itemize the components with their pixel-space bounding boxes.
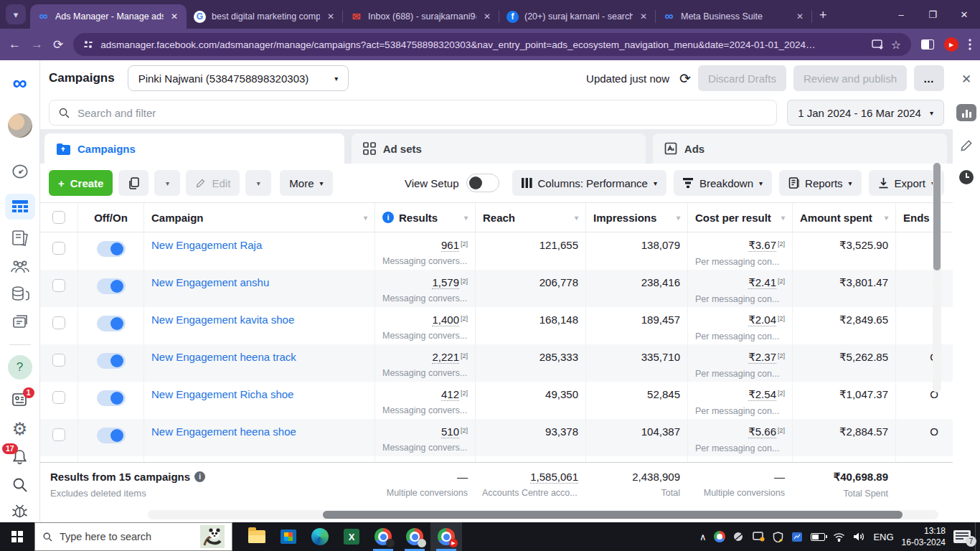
vertical-scrollbar[interactable] bbox=[933, 163, 941, 392]
account-dropdown[interactable]: Pinki Najwani (5384758898320303) ▾ bbox=[128, 65, 349, 91]
column-header-reach[interactable]: Reach▾ bbox=[475, 203, 585, 232]
history-clock-icon[interactable] bbox=[959, 170, 974, 184]
campaign-toggle[interactable] bbox=[97, 278, 126, 294]
discard-drafts-button[interactable]: Discard Drafts bbox=[698, 65, 786, 91]
window-maximize-button[interactable]: ❐ bbox=[917, 0, 948, 29]
campaign-toggle[interactable] bbox=[97, 428, 126, 443]
duplicate-button[interactable] bbox=[118, 170, 149, 196]
campaign-toggle[interactable] bbox=[97, 353, 126, 369]
edit-button[interactable]: Edit bbox=[186, 170, 240, 196]
campaign-link[interactable]: New Engagement kavita shoe bbox=[151, 314, 294, 326]
tab-search-button[interactable]: ▾ bbox=[6, 4, 26, 24]
taskbar-search[interactable]: Type here to search bbox=[34, 522, 232, 551]
cost-value[interactable]: ₹2.04 bbox=[748, 314, 776, 326]
sidebar-item-notifications[interactable]: 17 bbox=[11, 448, 29, 466]
show-desktop-button[interactable] bbox=[975, 522, 980, 551]
taskbar-excel[interactable]: X bbox=[336, 522, 367, 551]
browser-tab-google-search[interactable]: G best digital marketing comp ✕ bbox=[187, 4, 343, 29]
taskbar-edge[interactable] bbox=[304, 522, 336, 551]
sort-caret-icon[interactable]: ▾ bbox=[364, 214, 367, 222]
column-header-results[interactable]: iResults▾ bbox=[374, 203, 475, 232]
site-info-icon[interactable] bbox=[83, 39, 93, 50]
language-indicator[interactable]: ENG bbox=[873, 532, 893, 542]
window-minimize-button[interactable]: – bbox=[885, 0, 917, 29]
scrollbar-thumb[interactable] bbox=[323, 511, 903, 519]
tray-graphics-icon[interactable] bbox=[733, 532, 745, 542]
select-all-checkbox[interactable] bbox=[52, 211, 65, 224]
date-range-picker[interactable]: 1 Jan 2024 - 16 Mar 2024 ▾ bbox=[787, 100, 944, 126]
tab-close-icon[interactable]: ✕ bbox=[326, 10, 336, 23]
profile-avatar[interactable] bbox=[8, 113, 32, 138]
columns-button[interactable]: Columns: Performance ▾ bbox=[512, 170, 666, 196]
tab-campaigns[interactable]: Campaigns bbox=[44, 133, 344, 164]
scrollbar-thumb[interactable] bbox=[933, 163, 941, 270]
results-value[interactable]: 1,579 bbox=[432, 276, 459, 289]
more-button[interactable]: More ▾ bbox=[280, 170, 332, 196]
taskbar-chrome-2[interactable] bbox=[399, 522, 430, 551]
results-value[interactable]: 2,221 bbox=[432, 351, 459, 364]
campaign-link[interactable]: New Engagement heena shoe bbox=[151, 425, 296, 438]
column-header-off-on[interactable]: Off/On bbox=[77, 203, 143, 232]
sort-caret-icon[interactable]: ▾ bbox=[677, 214, 680, 222]
cost-value[interactable]: ₹2.37 bbox=[748, 351, 776, 364]
row-checkbox[interactable] bbox=[52, 391, 65, 404]
info-icon[interactable]: i bbox=[194, 471, 205, 482]
campaign-toggle[interactable] bbox=[97, 241, 126, 257]
reports-button[interactable]: Reports ▾ bbox=[779, 170, 862, 196]
sidebar-item-overview[interactable] bbox=[11, 162, 29, 181]
row-checkbox[interactable] bbox=[52, 316, 65, 329]
column-header-cost-per-result[interactable]: Cost per result▾ bbox=[687, 203, 792, 232]
more-options-button[interactable]: … bbox=[914, 65, 944, 91]
results-value[interactable]: 1,400 bbox=[432, 314, 459, 326]
info-icon[interactable]: i bbox=[382, 212, 394, 223]
campaign-link[interactable]: New Engagement heena track bbox=[151, 351, 296, 363]
back-icon[interactable]: ← bbox=[9, 37, 21, 52]
refresh-icon[interactable]: ⟳ bbox=[679, 70, 691, 87]
column-header-impressions[interactable]: Impressions▾ bbox=[585, 203, 687, 232]
browser-menu-icon[interactable] bbox=[969, 39, 971, 50]
create-button[interactable]: + Create bbox=[49, 170, 113, 196]
browser-tab-facebook[interactable]: f (20+) suraj karnani - search ✕ bbox=[499, 4, 656, 29]
taskbar-microsoft-store[interactable] bbox=[273, 522, 304, 551]
results-value[interactable]: 961 bbox=[441, 239, 459, 252]
start-button[interactable] bbox=[0, 522, 34, 551]
edit-dropdown-button[interactable]: ▾ bbox=[245, 170, 271, 196]
sidebar-item-search[interactable] bbox=[11, 476, 29, 494]
tab-close-icon[interactable]: ✕ bbox=[482, 10, 492, 23]
tray-app-icon[interactable] bbox=[791, 532, 803, 542]
breakdown-button[interactable]: Breakdown ▾ bbox=[674, 170, 772, 196]
sort-caret-icon[interactable]: ▾ bbox=[781, 214, 785, 222]
cost-value[interactable]: ₹2.41 bbox=[748, 276, 776, 289]
tray-display-icon[interactable] bbox=[753, 532, 765, 542]
battery-icon[interactable] bbox=[811, 533, 825, 541]
view-setup-toggle[interactable] bbox=[466, 174, 499, 192]
sort-caret-icon[interactable]: ▾ bbox=[885, 214, 888, 222]
browser-tab-meta-business-suite[interactable]: ∞ Meta Business Suite ✕ bbox=[656, 4, 812, 29]
side-panel-icon[interactable] bbox=[921, 39, 934, 50]
campaign-link[interactable]: New Engagement Richa shoe bbox=[151, 388, 293, 400]
row-checkbox[interactable] bbox=[52, 354, 65, 367]
tray-security-shield-icon[interactable] bbox=[773, 532, 783, 542]
tab-close-icon[interactable]: ✕ bbox=[639, 10, 649, 23]
sidebar-item-campaigns[interactable] bbox=[5, 194, 35, 220]
campaign-toggle[interactable] bbox=[97, 316, 126, 331]
taskbar-file-explorer[interactable] bbox=[241, 522, 273, 551]
url-bar[interactable]: adsmanager.facebook.com/adsmanager/manag… bbox=[73, 33, 911, 56]
cost-value[interactable]: ₹2.54 bbox=[748, 388, 776, 401]
bookmark-star-icon[interactable]: ☆ bbox=[891, 38, 901, 52]
tab-ads[interactable]: Ads bbox=[653, 133, 947, 164]
sidebar-item-updates[interactable]: 1 bbox=[11, 391, 29, 408]
edit-pencil-icon[interactable] bbox=[959, 138, 974, 153]
taskbar-chrome-3[interactable]: ▶ bbox=[430, 522, 462, 551]
column-header-campaign[interactable]: Campaign▾ bbox=[143, 203, 374, 232]
sidebar-item-billing[interactable] bbox=[11, 286, 29, 303]
meta-logo[interactable]: ∞ bbox=[13, 72, 27, 95]
campaign-link[interactable]: New Engagement anshu bbox=[151, 276, 269, 288]
speaker-icon[interactable] bbox=[853, 532, 865, 542]
browser-tab-ads-manager[interactable]: ∞ Ads Manager - Manage ads ✕ bbox=[30, 4, 187, 29]
campaign-toggle[interactable] bbox=[97, 390, 126, 406]
tab-close-icon[interactable]: ✕ bbox=[169, 10, 179, 23]
tab-close-icon[interactable]: ✕ bbox=[795, 10, 805, 23]
window-close-button[interactable]: ✕ bbox=[948, 0, 980, 29]
reload-icon[interactable]: ⟳ bbox=[53, 37, 63, 52]
